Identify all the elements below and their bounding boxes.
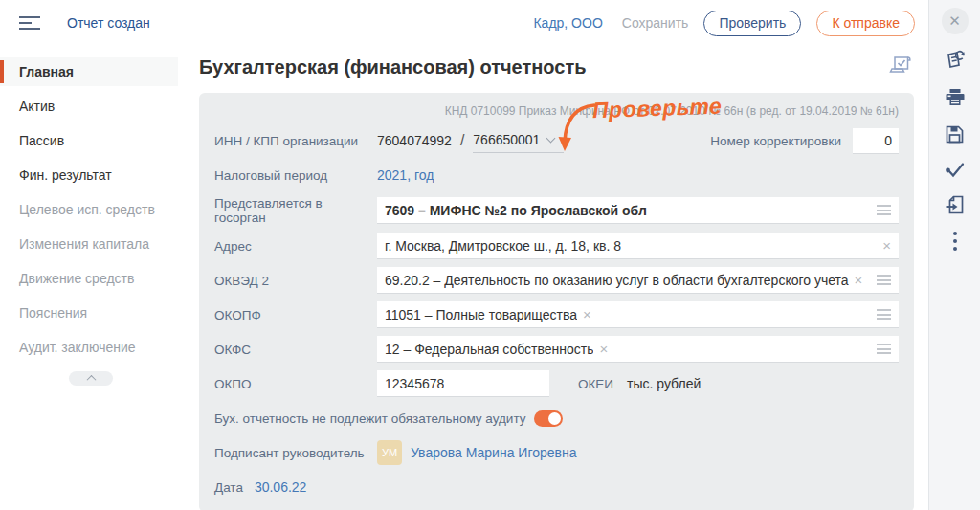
sidebar-item-izmeneniya-kapitala[interactable]: Изменения капитала xyxy=(0,230,178,258)
inn-kpp-separator: / xyxy=(460,132,464,149)
print-icon[interactable] xyxy=(944,86,967,109)
okopf-row: ОКОПФ 11051 – Полные товарищества × xyxy=(214,301,899,328)
okved-field[interactable]: 69.20.2 – Деятельность по оказанию услуг… xyxy=(377,267,899,294)
validate-icon[interactable] xyxy=(944,160,967,179)
save-icon[interactable] xyxy=(944,123,966,145)
okfs-row: ОКФС 12 – Федеральная собственность × xyxy=(214,336,899,363)
date-label: Дата xyxy=(214,480,243,495)
date-row: Дата 30.06.22 xyxy=(214,474,899,500)
okpo-field[interactable]: 12345678 xyxy=(377,370,549,397)
okpo-label: ОКПО xyxy=(214,377,377,391)
okved-label: ОКВЭД 2 xyxy=(214,274,377,288)
scroll-check-icon xyxy=(888,54,914,78)
sidebar-item-celevoe[interactable]: Целевое исп. средств xyxy=(0,195,178,224)
knd-line: КНД 0710099 Приказ Минфина РФ от 02.07.2… xyxy=(214,104,899,118)
clear-icon[interactable]: × xyxy=(599,342,608,356)
sidebar-collapse-button[interactable] xyxy=(69,371,113,386)
okopf-field[interactable]: 11051 – Полные товарищества × xyxy=(377,301,899,328)
chevron-up-icon xyxy=(86,375,96,385)
list-select-icon[interactable] xyxy=(877,344,891,354)
avatar: УМ xyxy=(377,440,402,465)
list-select-icon[interactable] xyxy=(877,309,891,320)
address-value: г. Москва, Дмитровское ш., д. 18, кв. 8 xyxy=(385,238,621,254)
inn-kpp-label: ИНН / КПП организации xyxy=(214,134,377,148)
app-window: Отчет создан Кадр, ООО Сохранить Провери… xyxy=(0,0,980,510)
list-select-icon[interactable] xyxy=(877,275,891,285)
signer-row: Подписант руководитель УМ Уварова Марина… xyxy=(214,439,899,466)
signer-label: Подписант руководитель xyxy=(214,446,377,460)
inn-value: 7604074992 xyxy=(377,133,452,148)
okved-row: ОКВЭД 2 69.20.2 – Деятельность по оказан… xyxy=(214,267,899,294)
address-row: Адрес г. Москва, Дмитровское ш., д. 18, … xyxy=(214,233,899,259)
gov-agency-field[interactable]: 7609 – МИФНС №2 по Ярославской обл xyxy=(377,197,899,224)
gov-agency-row: Представляется в госорган 7609 – МИФНС №… xyxy=(214,196,899,225)
audit-toggle-label: Бух. отчетность не подлежит обязательном… xyxy=(214,411,525,426)
topbar: Отчет создан Кадр, ООО Сохранить Провери… xyxy=(0,0,928,46)
audit-toggle-row: Бух. отчетность не подлежит обязательном… xyxy=(214,405,899,432)
correction-input[interactable] xyxy=(853,128,899,154)
signer-name-link[interactable]: Уварова Марина Игоревна xyxy=(411,445,577,460)
correction-label: Номер корректировки xyxy=(710,134,841,148)
clear-icon[interactable]: × xyxy=(855,273,863,287)
gov-agency-label: Представляется в госорган xyxy=(214,196,377,225)
chevron-down-icon xyxy=(546,134,556,144)
close-icon[interactable]: ✕ xyxy=(942,8,969,34)
address-field[interactable]: г. Москва, Дмитровское ш., д. 18, кв. 8 … xyxy=(377,233,899,259)
period-row: Налоговый период 2021, год xyxy=(214,162,899,188)
check-button[interactable]: Проверить xyxy=(703,11,801,36)
export-icon[interactable] xyxy=(944,193,967,216)
okei-label: ОКЕИ xyxy=(578,377,613,391)
okfs-value: 12 – Федеральная собственность xyxy=(385,342,593,357)
right-toolbar: ✕ xyxy=(928,0,980,510)
save-link[interactable]: Сохранить xyxy=(622,15,689,31)
sidebar-item-poyasneniya[interactable]: Пояснения xyxy=(0,299,178,327)
clear-icon[interactable]: × xyxy=(583,307,591,322)
clear-icon[interactable]: × xyxy=(882,238,891,253)
gov-agency-value: 7609 – МИФНС №2 по Ярославской обл xyxy=(385,203,647,218)
okfs-label: ОКФС xyxy=(214,343,377,357)
okopf-value: 11051 – Полные товарищества xyxy=(385,307,577,322)
okfs-field[interactable]: 12 – Федеральная собственность × xyxy=(377,336,899,363)
form-card: КНД 0710099 Приказ Минфина РФ от 02.07.2… xyxy=(199,93,914,510)
okpo-row: ОКПО 12345678 ОКЕИ тыс. рублей xyxy=(214,370,899,397)
to-send-button[interactable]: К отправке xyxy=(816,11,915,36)
more-icon[interactable] xyxy=(951,231,959,252)
period-value-link[interactable]: 2021, год xyxy=(377,167,434,183)
sidebar-item-aktiv[interactable]: Актив xyxy=(0,92,178,121)
okei-value: тыс. рублей xyxy=(627,376,701,391)
refresh-report-icon[interactable] xyxy=(944,49,967,72)
list-select-icon[interactable] xyxy=(877,205,891,215)
sidebar-item-glavnaya[interactable]: Главная xyxy=(0,57,178,86)
inn-kpp-row: ИНН / КПП организации 7604074992 / 76665… xyxy=(214,127,899,154)
okopf-label: ОКОПФ xyxy=(214,308,377,322)
okpo-value: 12345678 xyxy=(385,376,444,391)
sidebar-item-fin-rezultat[interactable]: Фин. результат xyxy=(0,161,178,189)
content: Бухгалтерская (финансовая) отчетность КН… xyxy=(178,46,928,510)
audit-toggle[interactable] xyxy=(534,410,563,427)
main-column: Отчет создан Кадр, ООО Сохранить Провери… xyxy=(0,0,928,510)
sidebar-item-audit-zaklyuchenie[interactable]: Аудит. заключение xyxy=(0,333,178,362)
report-status: Отчет создан xyxy=(67,15,150,31)
page-title: Бухгалтерская (финансовая) отчетность xyxy=(199,56,587,78)
kpp-dropdown[interactable]: 766650001 xyxy=(473,128,564,153)
address-label: Адрес xyxy=(214,239,377,254)
kpp-value: 766650001 xyxy=(473,132,540,147)
org-link[interactable]: Кадр, ООО xyxy=(533,15,602,31)
okved-value: 69.20.2 – Деятельность по оказанию услуг… xyxy=(385,273,849,288)
sidebar-item-dvizhenie-sredstv[interactable]: Движение средств xyxy=(0,264,178,293)
print-form-button[interactable] xyxy=(888,54,914,81)
sidebar: Главная Актив Пассив Фин. результат Целе… xyxy=(0,46,178,510)
date-value-link[interactable]: 30.06.22 xyxy=(255,479,307,495)
menu-icon[interactable] xyxy=(19,16,42,31)
period-label: Налоговый период xyxy=(214,168,377,183)
sidebar-item-passiv[interactable]: Пассив xyxy=(0,126,178,155)
